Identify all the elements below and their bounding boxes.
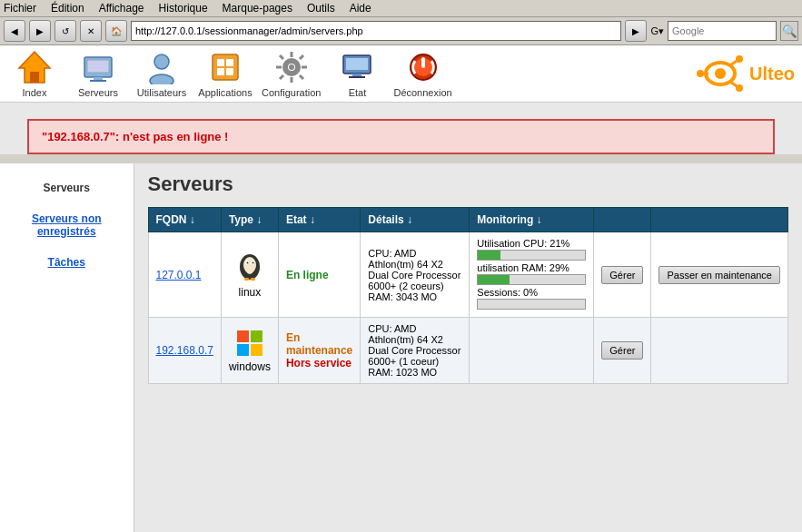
main-area: "192.168.0.7": n'est pas en ligne ! Serv…: [0, 103, 802, 532]
svg-rect-5: [90, 80, 106, 82]
svg-rect-51: [251, 344, 262, 356]
row2-action2: [651, 318, 788, 384]
utilisateurs-icon: [144, 49, 180, 85]
error-banner: "192.168.0.7": n'est pas en ligne !: [27, 119, 775, 154]
serveurs-icon: [80, 49, 116, 85]
svg-line-22: [280, 75, 283, 79]
etat-icon: [339, 49, 375, 85]
row2-fqdn-link[interactable]: 192.168.0.7: [156, 344, 213, 357]
sidebar-link-taches[interactable]: Tâches: [9, 252, 124, 272]
row1-fqdn: 127.0.0.1: [148, 232, 221, 318]
svg-rect-50: [237, 344, 249, 356]
row2-type-label: windows: [229, 360, 271, 373]
col-type[interactable]: Type ↓: [221, 208, 278, 232]
svg-rect-12: [226, 68, 233, 75]
svg-rect-26: [349, 76, 365, 78]
sidebar-link-serveurs[interactable]: Serveurs: [9, 178, 124, 198]
menu-edition[interactable]: Édition: [51, 2, 84, 15]
index-icon: [16, 49, 53, 85]
svg-rect-10: [226, 59, 233, 66]
row2-fqdn: 192.168.0.7: [148, 318, 221, 384]
search-button[interactable]: 🔍: [780, 21, 798, 41]
svg-rect-47: [251, 278, 255, 281]
svg-rect-11: [217, 68, 224, 75]
sidebar-section-non-enregistres: Serveurs non enregistrés: [0, 203, 134, 247]
ram-label: utilisation RAM: 29%: [477, 262, 586, 273]
toolbar-etat[interactable]: Etat: [330, 49, 384, 98]
svg-point-31: [715, 68, 726, 79]
toolbar-index[interactable]: Index: [7, 49, 62, 98]
sessions-label: Sessions: 0%: [477, 287, 586, 298]
stop-button[interactable]: ✕: [80, 20, 102, 42]
back-button[interactable]: ◀: [4, 20, 25, 42]
applications-icon: [207, 49, 243, 85]
toolbar-utilisateurs-label: Utilisateurs: [137, 87, 186, 98]
toolbar-utilisateurs[interactable]: Utilisateurs: [134, 49, 189, 98]
row1-fqdn-link[interactable]: 127.0.0.1: [156, 269, 202, 281]
forward-button[interactable]: ▶: [29, 20, 51, 42]
menu-outils[interactable]: Outils: [307, 2, 335, 15]
ram-progress-bg: [477, 274, 586, 285]
row2-status-label2: Hors service: [286, 357, 351, 369]
menu-historique[interactable]: Historique: [159, 2, 208, 15]
svg-rect-1: [30, 72, 39, 83]
svg-rect-3: [87, 60, 109, 73]
table-row: 192.168.0.7 windows: [148, 318, 788, 384]
cpu-progress-bg: [477, 250, 586, 261]
servers-table: FQDN ↓ Type ↓ Etat ↓ Détails ↓ Monitorin…: [148, 207, 789, 384]
svg-point-35: [736, 84, 743, 92]
ulteo-logo: Ulteo: [696, 54, 795, 94]
row2-monitoring: [470, 318, 594, 384]
page-title: Serveurs: [148, 172, 789, 196]
go-button[interactable]: ▶: [625, 20, 647, 42]
svg-point-33: [736, 55, 743, 63]
svg-rect-29: [421, 57, 425, 68]
ulteo-text: Ulteo: [749, 64, 795, 84]
svg-point-14: [289, 64, 294, 70]
toolbar-serveurs[interactable]: Serveurs: [71, 49, 125, 98]
row2-gerer-button[interactable]: Gérer: [601, 341, 643, 360]
address-bar: ◀ ▶ ↺ ✕ 🏠 ▶ G▾ 🔍: [0, 17, 802, 45]
row1-maintenance-button[interactable]: Passer en maintenance: [658, 266, 780, 284]
main-content: Serveurs Serveurs non enregistrés Tâches…: [0, 163, 802, 532]
menu-affichage[interactable]: Affichage: [99, 2, 144, 15]
svg-point-7: [150, 74, 173, 84]
svg-point-6: [154, 54, 169, 69]
svg-rect-49: [251, 330, 262, 342]
row1-status: En ligne: [278, 232, 360, 318]
toolbar: Index Serveurs Utilisateurs: [0, 45, 802, 103]
row1-action1: Gérer: [594, 232, 651, 318]
toolbar-applications[interactable]: Applications: [198, 49, 252, 98]
menu-bar: Fichier Édition Affichage Historique Mar…: [0, 0, 802, 17]
toolbar-applications-label: Applications: [198, 87, 252, 98]
toolbar-configuration[interactable]: Configuration: [262, 49, 321, 98]
col-etat[interactable]: Etat ↓: [278, 208, 360, 232]
row1-gerer-button[interactable]: Gérer: [601, 266, 643, 284]
search-input[interactable]: [668, 21, 777, 41]
toolbar-serveurs-label: Serveurs: [78, 87, 118, 98]
col-action2: [651, 208, 788, 232]
windows-icon: [229, 329, 271, 360]
col-fqdn[interactable]: FQDN ↓: [148, 208, 221, 232]
refresh-button[interactable]: ↺: [54, 20, 76, 42]
table-row: 127.0.0.1: [148, 232, 788, 318]
toolbar-etat-label: Etat: [349, 87, 367, 98]
sidebar-link-non-enregistres[interactable]: Serveurs non enregistrés: [9, 209, 124, 241]
row2-status: En maintenance Hors service: [278, 318, 360, 384]
toolbar-deconnexion[interactable]: Déconnexion: [393, 49, 451, 98]
row2-type: windows: [221, 318, 278, 384]
row2-details: CPU: AMD Athlon(tm) 64 X2 Dual Core Proc…: [361, 318, 470, 384]
sidebar: Serveurs Serveurs non enregistrés Tâches: [0, 163, 134, 532]
svg-point-42: [246, 262, 248, 264]
menu-aide[interactable]: Aide: [350, 2, 371, 15]
col-details[interactable]: Détails ↓: [361, 208, 470, 232]
row1-type: linux: [221, 232, 278, 318]
home-button[interactable]: 🏠: [105, 20, 127, 42]
menu-marquepages[interactable]: Marque-pages: [223, 2, 292, 15]
sessions-progress-bg: [477, 299, 586, 310]
cpu-label: Utilisation CPU: 21%: [477, 238, 586, 249]
col-monitoring[interactable]: Monitoring ↓: [470, 208, 594, 232]
svg-rect-46: [244, 278, 249, 281]
url-input[interactable]: [131, 21, 621, 41]
menu-fichier[interactable]: Fichier: [4, 2, 36, 15]
